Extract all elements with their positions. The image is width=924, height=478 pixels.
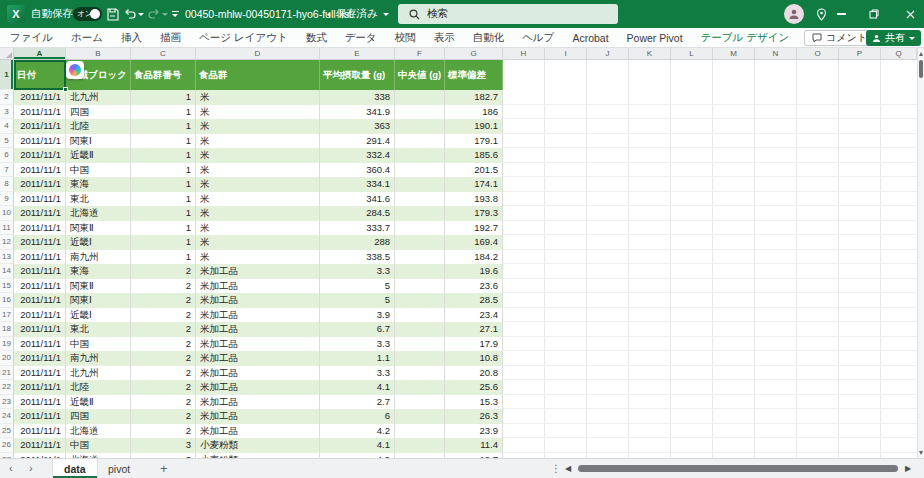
cell[interactable]: 2 bbox=[131, 366, 196, 381]
comments-button[interactable]: コメント bbox=[804, 30, 875, 46]
cell[interactable]: 179.1 bbox=[445, 134, 503, 149]
row-header-23[interactable]: 23 bbox=[0, 395, 14, 410]
table-header-cell[interactable]: 日付 bbox=[14, 60, 66, 90]
cell[interactable]: 1 bbox=[131, 119, 196, 134]
cell[interactable]: 341.6 bbox=[320, 192, 395, 207]
cell[interactable]: 4.1 bbox=[320, 438, 395, 453]
cell[interactable]: 2011/11/1 bbox=[14, 148, 66, 163]
cell[interactable]: 2 bbox=[131, 293, 196, 308]
cell[interactable]: 2011/11/1 bbox=[14, 221, 66, 236]
cell[interactable]: 米加工品 bbox=[196, 337, 320, 352]
empty-cells[interactable] bbox=[503, 438, 917, 453]
empty-cells[interactable] bbox=[503, 264, 917, 279]
table-header-cell[interactable]: 標準偏差 bbox=[445, 60, 503, 90]
cell[interactable] bbox=[395, 438, 445, 453]
cell[interactable]: 11.4 bbox=[445, 438, 503, 453]
cell[interactable]: 6.7 bbox=[320, 322, 395, 337]
table-header-cell[interactable]: 中央値 (g) bbox=[395, 60, 445, 90]
cell[interactable]: 2 bbox=[131, 279, 196, 294]
empty-cells[interactable] bbox=[503, 366, 917, 381]
cell[interactable]: 3.3 bbox=[320, 264, 395, 279]
ribbon-tab-7[interactable]: 校閲 bbox=[395, 31, 416, 45]
row-header-3[interactable]: 3 bbox=[0, 105, 14, 120]
cell[interactable]: 北海道 bbox=[66, 206, 131, 221]
cell[interactable]: 1 bbox=[131, 105, 196, 120]
cell[interactable]: 米 bbox=[196, 235, 320, 250]
column-header-K[interactable]: K bbox=[629, 48, 671, 59]
cell[interactable]: 米加工品 bbox=[196, 322, 320, 337]
cell[interactable]: 1 bbox=[131, 192, 196, 207]
row-header-19[interactable]: 19 bbox=[0, 337, 14, 352]
cell[interactable] bbox=[395, 235, 445, 250]
cell[interactable] bbox=[395, 424, 445, 439]
minimize-button[interactable] bbox=[827, 0, 855, 28]
cell[interactable] bbox=[395, 351, 445, 366]
empty-cells[interactable] bbox=[503, 351, 917, 366]
ribbon-tab-8[interactable]: 表示 bbox=[434, 31, 455, 45]
row-header-15[interactable]: 15 bbox=[0, 279, 14, 294]
cell[interactable]: 関東Ⅱ bbox=[66, 279, 131, 294]
cell[interactable]: 小麦粉類 bbox=[196, 438, 320, 453]
cell[interactable] bbox=[395, 192, 445, 207]
row-header-13[interactable]: 13 bbox=[0, 250, 14, 265]
row-header-25[interactable]: 25 bbox=[0, 424, 14, 439]
cell[interactable]: 291.4 bbox=[320, 134, 395, 149]
cell[interactable] bbox=[395, 163, 445, 178]
cell[interactable]: 米 bbox=[196, 177, 320, 192]
cell[interactable]: 中国 bbox=[66, 163, 131, 178]
cell[interactable]: 284.5 bbox=[320, 206, 395, 221]
ribbon-tab-0[interactable]: ファイル bbox=[10, 31, 53, 45]
cell[interactable]: 米加工品 bbox=[196, 424, 320, 439]
row-header-4[interactable]: 4 bbox=[0, 119, 14, 134]
cell[interactable]: 米 bbox=[196, 192, 320, 207]
row-header-18[interactable]: 18 bbox=[0, 322, 14, 337]
row-header-14[interactable]: 14 bbox=[0, 264, 14, 279]
restore-button[interactable] bbox=[860, 0, 888, 28]
cell[interactable]: 192.7 bbox=[445, 221, 503, 236]
cell[interactable]: 1 bbox=[131, 134, 196, 149]
row-header-7[interactable]: 7 bbox=[0, 163, 14, 178]
vertical-scrollbar[interactable] bbox=[917, 48, 924, 458]
cell[interactable]: 2 bbox=[131, 322, 196, 337]
cell[interactable]: 関東Ⅱ bbox=[66, 221, 131, 236]
row-header-16[interactable]: 16 bbox=[0, 293, 14, 308]
empty-cells[interactable] bbox=[503, 177, 917, 192]
row-header-10[interactable]: 10 bbox=[0, 206, 14, 221]
cell[interactable]: 360.4 bbox=[320, 163, 395, 178]
row-header-8[interactable]: 8 bbox=[0, 177, 14, 192]
cell[interactable]: 米加工品 bbox=[196, 264, 320, 279]
account-avatar[interactable] bbox=[784, 4, 804, 24]
cell[interactable]: 2011/11/1 bbox=[14, 90, 66, 105]
cell[interactable]: 米 bbox=[196, 250, 320, 265]
cell[interactable]: 2 bbox=[131, 308, 196, 323]
cell[interactable]: 3.9 bbox=[320, 308, 395, 323]
empty-cells[interactable] bbox=[503, 293, 917, 308]
column-header-M[interactable]: M bbox=[713, 48, 755, 59]
cell[interactable]: 2011/11/1 bbox=[14, 192, 66, 207]
cell[interactable]: 4.2 bbox=[320, 424, 395, 439]
empty-cells[interactable] bbox=[503, 395, 917, 410]
cell[interactable]: 193.8 bbox=[445, 192, 503, 207]
cell[interactable] bbox=[395, 119, 445, 134]
cell[interactable]: 中国 bbox=[66, 337, 131, 352]
cell[interactable]: 15.3 bbox=[445, 395, 503, 410]
cell[interactable]: 2011/11/1 bbox=[14, 409, 66, 424]
cell[interactable]: 米 bbox=[196, 206, 320, 221]
cell[interactable] bbox=[395, 293, 445, 308]
cell[interactable]: 東海 bbox=[66, 177, 131, 192]
column-header-B[interactable]: B bbox=[66, 48, 131, 59]
scroll-up-icon[interactable] bbox=[919, 52, 923, 56]
cell[interactable]: 4.1 bbox=[320, 380, 395, 395]
column-header-Q[interactable]: Q bbox=[881, 48, 917, 59]
cell[interactable]: 2011/11/1 bbox=[14, 293, 66, 308]
empty-cells[interactable] bbox=[503, 148, 917, 163]
cell[interactable]: 米加工品 bbox=[196, 279, 320, 294]
row-header-24[interactable]: 24 bbox=[0, 409, 14, 424]
cell[interactable] bbox=[395, 177, 445, 192]
cell[interactable] bbox=[395, 105, 445, 120]
cell[interactable]: 米加工品 bbox=[196, 351, 320, 366]
cell[interactable]: 東海 bbox=[66, 264, 131, 279]
ribbon-tab-3[interactable]: 描画 bbox=[160, 31, 181, 45]
table-header-cell[interactable]: 食品群 bbox=[196, 60, 320, 90]
cell[interactable]: 2.7 bbox=[320, 395, 395, 410]
